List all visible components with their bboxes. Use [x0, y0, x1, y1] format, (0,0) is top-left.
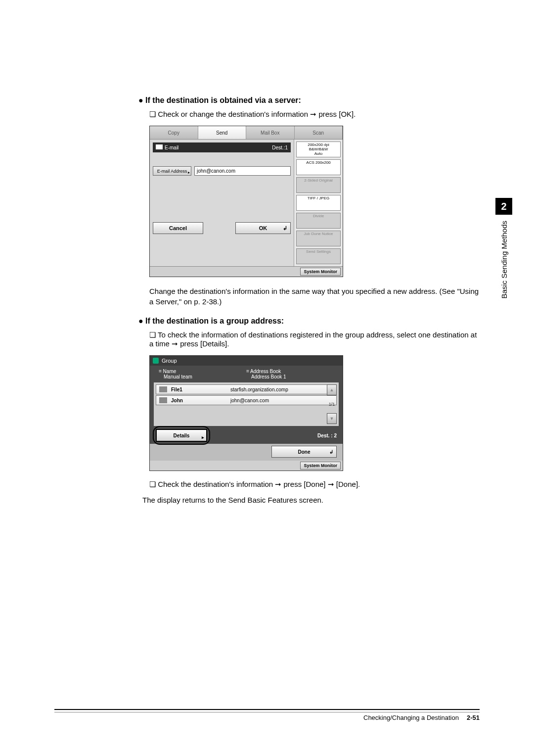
list-item[interactable]: John john@canon.com	[156, 395, 337, 405]
tab-scan[interactable]: Scan	[295, 126, 343, 139]
tab-send[interactable]: Send	[198, 126, 247, 139]
email-address-button[interactable]: E-mail Address	[153, 166, 191, 176]
name-value: Manual team	[159, 374, 246, 379]
cancel-button[interactable]: Cancel	[153, 222, 203, 234]
page-footer: Checking/Changing a Destination 2-51	[54, 709, 480, 721]
email-address-field[interactable]: john@canon.com	[194, 166, 291, 176]
send-settings-box[interactable]: Send Settings	[296, 248, 341, 264]
row-name: John	[171, 398, 230, 403]
divide-box: Divide	[296, 213, 341, 229]
check-line: Check the destination's information ➞ pr…	[149, 480, 480, 489]
scan-auto: Auto	[298, 152, 339, 156]
footer-title: Checking/Changing a Destination	[363, 714, 459, 721]
screenshot-email: Copy Send Mail Box Scan E-mail Dest.:1 E…	[149, 126, 343, 277]
screenshot-group: Group = Name Manual team = Address Book …	[149, 355, 343, 471]
tab-mailbox[interactable]: Mail Box	[246, 126, 295, 139]
heading-group: If the destination is a group address:	[138, 317, 480, 326]
job-done-box: Job Done Notice	[296, 231, 341, 246]
group-title: Group	[162, 358, 177, 364]
name-label: = Name	[159, 369, 246, 374]
chapter-number: 2	[495, 198, 512, 215]
return-text: The display returns to the Send Basic Fe…	[142, 496, 480, 504]
heading-server: If the destination is obtained via a ser…	[138, 96, 480, 105]
system-monitor-button[interactable]: System Monitor	[300, 268, 341, 276]
scroll-up-button[interactable]: ▲	[327, 384, 337, 395]
mail-icon	[159, 397, 167, 403]
details-button[interactable]: Details	[156, 429, 207, 442]
acs-box[interactable]: ACS 200x200	[296, 159, 341, 175]
page-indicator: 1/1	[327, 402, 337, 407]
chapter-tab: 2 Basic Sending Methods	[495, 198, 512, 299]
file-format-box[interactable]: TIFF / JPEG	[296, 195, 341, 211]
server-after-text: Change the destination's information in …	[149, 286, 480, 307]
book-value: Address Book 1	[246, 374, 334, 379]
done-button[interactable]: Done	[271, 446, 337, 458]
two-sided-box: 2-Sided Original	[296, 177, 341, 193]
chapter-label: Basic Sending Methods	[500, 221, 508, 299]
scan-settings-box[interactable]: 200x200 dpi B&W/B&W Auto	[296, 142, 341, 157]
row-addr: john@canon.com	[230, 398, 333, 403]
row-name: File1	[171, 387, 230, 392]
row-addr: starfish.organization.comp	[230, 387, 333, 392]
dest-count: 2	[334, 433, 337, 438]
sub-group: To check the information of destinations…	[149, 331, 480, 348]
scroll-down-button[interactable]: ▼	[327, 413, 337, 424]
footer-page: 2-51	[467, 714, 480, 721]
email-label: E-mail	[165, 145, 178, 150]
file-icon	[159, 386, 167, 392]
list-item[interactable]: File1 starfish.organization.comp	[156, 384, 337, 394]
group-icon	[153, 358, 159, 364]
dest-count: Dest.:1	[272, 145, 288, 150]
book-label: = Address Book	[246, 369, 334, 374]
mail-icon	[156, 144, 163, 149]
dest-label: Dest. :	[317, 433, 333, 438]
sub-server: Check or change the destination's inform…	[149, 110, 480, 119]
tab-copy[interactable]: Copy	[150, 126, 198, 139]
ok-button[interactable]: OK	[235, 222, 291, 234]
system-monitor-button[interactable]: System Monitor	[300, 462, 341, 470]
